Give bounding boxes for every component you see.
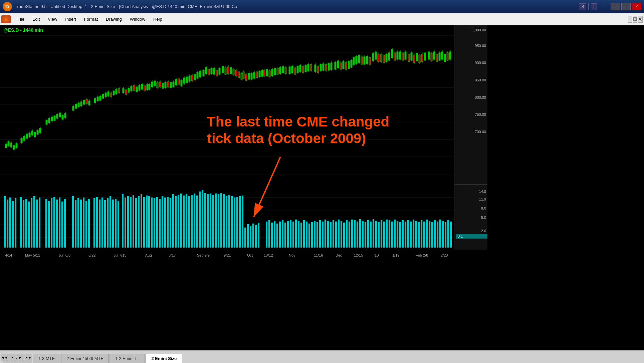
svg-rect-321: [416, 53, 418, 61]
candlestick-chart: [0, 25, 454, 184]
tab-2-emini-size[interactable]: 2 Emini Size: [146, 354, 182, 363]
svg-rect-441: [314, 221, 315, 248]
svg-rect-460: [365, 222, 366, 248]
svg-rect-61: [94, 98, 96, 103]
price-700: 700.00: [475, 130, 486, 134]
svg-rect-145: [340, 63, 342, 69]
tab-bar: ◄◄ ◄ ► ►► 1 1 Emini 1 3 MTF 2 Emini 4500…: [0, 350, 644, 363]
svg-rect-75: [128, 88, 130, 92]
tab-1-3-mtf[interactable]: 1 3 MTF: [33, 354, 60, 363]
svg-rect-415: [239, 196, 241, 248]
svg-rect-423: [266, 222, 267, 248]
svg-rect-43: [54, 116, 55, 120]
svg-rect-407: [218, 194, 219, 248]
svg-rect-368: [112, 200, 114, 248]
inner-close[interactable]: ✕: [638, 16, 643, 23]
svg-rect-483: [426, 220, 428, 248]
svg-rect-435: [298, 221, 299, 248]
maximize-button[interactable]: □: [621, 3, 631, 10]
menu-help[interactable]: Help: [149, 15, 166, 23]
svg-rect-143: [337, 61, 339, 68]
svg-rect-259: [259, 71, 260, 77]
svg-rect-419: [250, 226, 251, 248]
svg-rect-113: [227, 67, 229, 74]
tab-2-emini-4500t-mtf[interactable]: 2 Emini 4500t MTF: [61, 354, 109, 363]
svg-rect-327: [424, 53, 426, 60]
nav-prev[interactable]: ◄: [9, 354, 16, 361]
svg-rect-437: [303, 220, 305, 248]
svg-rect-432: [290, 220, 291, 248]
svg-rect-97: [181, 80, 182, 86]
window-title: TradeStation 9.5 - Untitled Desktop: 1 -…: [15, 4, 579, 9]
menu-drawing[interactable]: Drawing: [102, 15, 126, 23]
svg-rect-19: [16, 143, 17, 148]
svg-rect-119: [248, 73, 250, 79]
svg-rect-313: [388, 53, 390, 60]
svg-rect-201: [113, 91, 115, 95]
svg-rect-448: [333, 220, 334, 248]
svg-rect-109: [222, 66, 224, 73]
nav-last[interactable]: ►►: [25, 354, 32, 361]
current-price-badge: 3.1: [456, 234, 487, 239]
s-button[interactable]: S: [579, 3, 586, 10]
svg-rect-481: [421, 220, 422, 248]
menu-edit[interactable]: Edit: [28, 15, 44, 23]
svg-rect-319: [405, 52, 406, 59]
nav-next[interactable]: ►: [17, 354, 24, 361]
menu-insert[interactable]: Insert: [61, 15, 80, 23]
svg-rect-227: [189, 76, 190, 81]
inner-maximize[interactable]: □: [633, 16, 637, 23]
menu-view[interactable]: View: [44, 15, 61, 23]
inner-minimize[interactable]: ─: [628, 16, 632, 23]
nav-buttons: ◄◄ ◄ ► ►►: [0, 354, 32, 361]
svg-rect-487: [437, 222, 438, 248]
svg-rect-283: [310, 64, 312, 71]
svg-rect-479: [415, 221, 417, 248]
date-oct: Oct: [247, 253, 253, 257]
close-button[interactable]: ✕: [632, 3, 641, 10]
svg-rect-451: [341, 221, 342, 248]
svg-rect-107: [211, 68, 212, 74]
menu-format[interactable]: Format: [80, 15, 102, 23]
svg-rect-135: [314, 65, 316, 72]
svg-rect-393: [180, 194, 182, 248]
svg-rect-165: [397, 52, 398, 59]
svg-rect-323: [419, 55, 420, 63]
svg-rect-398: [194, 194, 195, 248]
svg-rect-400: [199, 192, 201, 248]
svg-rect-439: [308, 224, 310, 248]
menu-window[interactable]: Window: [126, 15, 149, 23]
svg-rect-430: [284, 223, 286, 248]
svg-rect-377: [138, 196, 140, 248]
svg-rect-101: [203, 70, 204, 76]
svg-rect-337: [15, 198, 16, 248]
svg-rect-478: [413, 220, 414, 248]
svg-rect-343: [33, 196, 35, 248]
svg-rect-449: [335, 222, 337, 248]
date-jul713: Jul 7/13: [114, 253, 127, 257]
svg-rect-425: [271, 223, 273, 248]
svg-rect-121: [266, 69, 268, 76]
svg-rect-297: [348, 61, 350, 69]
svg-rect-325: [421, 54, 423, 62]
svg-rect-311: [386, 54, 387, 62]
minimize-button[interactable]: ─: [611, 3, 620, 10]
i-button[interactable]: I: [591, 3, 597, 10]
svg-rect-295: [345, 62, 347, 69]
svg-rect-490: [445, 222, 446, 248]
svg-rect-375: [133, 195, 134, 248]
svg-rect-85: [151, 82, 153, 87]
svg-rect-305: [369, 57, 371, 65]
svg-rect-472: [397, 221, 398, 248]
svg-rect-453: [346, 220, 348, 248]
svg-rect-25: [26, 134, 28, 138]
vol-14: 14.0: [479, 190, 486, 194]
nav-first[interactable]: ◄◄: [1, 354, 8, 361]
window-controls: ─ □ ✕: [611, 3, 641, 10]
svg-rect-406: [215, 194, 217, 248]
menu-file[interactable]: File: [13, 15, 28, 23]
svg-rect-459: [362, 221, 364, 248]
date-223: 2/23: [441, 253, 448, 257]
chart-separator: [0, 183, 454, 183]
tab-1-2-emini-lt[interactable]: 1 2 Emini LT: [110, 354, 145, 363]
